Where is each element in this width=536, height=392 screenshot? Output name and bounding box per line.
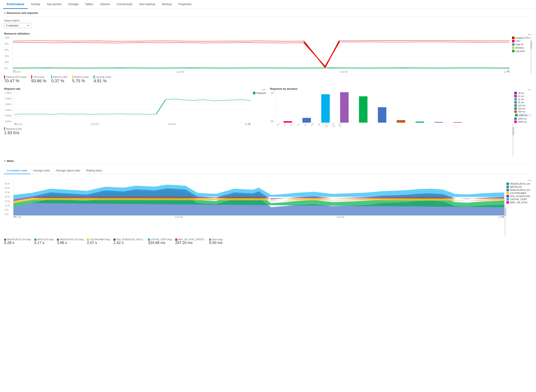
- nav-tab-performance[interactable]: Performance: [3, 0, 28, 9]
- waits-section: ∧ Waits Cumulative waits Average waits A…: [4, 159, 532, 245]
- wait-stat-wait-on-sync: WAIT_ON_SYNC_STATISTI... 287.20 ms: [175, 238, 206, 245]
- stat-data-io: Data IO (Last) 0.37 %: [51, 75, 67, 83]
- nav-tabs: PerformanceActivityTop queriesStorageTab…: [0, 0, 536, 9]
- nav-tab-connectivity[interactable]: Connectivity: [113, 0, 136, 9]
- requests-stat: Requests (Last) 1.93 K/s: [4, 127, 266, 135]
- nav-tab-tables[interactable]: Tables: [82, 0, 97, 9]
- stat-instance-cpu: Instance CPU (Last) 70.47 %: [4, 75, 26, 83]
- resources-section-header[interactable]: ∧ Resources and requests: [4, 11, 532, 14]
- request-rate-title: Request rate: [4, 87, 20, 90]
- svg-rect-7: [416, 121, 424, 123]
- stat-workers: Workers (Last) 5.75 %: [72, 75, 89, 83]
- resource-chart-x-labels: 9:15 PM 9:30 PM 9:45 PM 10 PM: [13, 70, 509, 74]
- request-rate-x-labels: 9:15 PM 9:30 PM 9:45 PM 10 PM: [14, 123, 251, 126]
- cumulative-waits-x-labels: 9:15 PM 9:30 PM 9:45 PM 10 PM: [13, 216, 504, 219]
- wait-stats-row: PAGEIOLATCH_SH (Avg) 6.28 s WRITELOG (Av…: [4, 238, 532, 245]
- stat-log-write: Log write (Last) 4.91 %: [94, 75, 111, 83]
- waits-section-header[interactable]: ∧ Waits: [4, 159, 532, 163]
- tab-average-waits[interactable]: Average waits: [30, 167, 53, 174]
- tab-average-signal-waits[interactable]: Average signal waits: [53, 167, 83, 174]
- select-metrics-dropdown[interactable]: 5 selected ▼: [4, 23, 31, 28]
- svg-rect-3: [340, 92, 349, 123]
- svg-rect-4: [359, 96, 367, 123]
- cumulative-waits-legend: PAGEIOLATCH_SH WRITELOG PAGEIOLATCH_EX C…: [504, 182, 532, 204]
- nav-tab-properties[interactable]: Properties: [175, 0, 195, 9]
- svg-rect-1: [302, 118, 311, 123]
- svg-rect-6: [397, 120, 405, 123]
- chevron-down-icon: ▼: [27, 24, 29, 27]
- svg-rect-5: [378, 107, 386, 123]
- resource-chart-legend: Instance CPU CPU Data IO Workers Log wri…: [509, 37, 530, 74]
- resources-section-title: Resources and requests: [7, 11, 38, 14]
- svg-rect-2: [321, 94, 330, 123]
- wait-stat-pageiolatch-sh: PAGEIOLATCH_SH (Avg) 6.28 s: [4, 238, 31, 245]
- nav-tab-indexes[interactable]: Indexes: [97, 0, 113, 9]
- requests-duration-legend: ≥0 ms ≥1 ms ≥2 ms ≥5 ms ≥10 ms ≥20 ms ≥5…: [512, 92, 532, 123]
- request-rate-section: Request rate … 2.50K/s: [4, 87, 266, 156]
- nav-tab-activity[interactable]: Activity: [28, 0, 43, 9]
- request-rate-more-icon[interactable]: …: [262, 87, 266, 91]
- select-metrics-label: Select metrics: [4, 19, 532, 22]
- nav-tab-storage[interactable]: Storage: [65, 0, 82, 9]
- cumulative-waits-chart: 35.0s 30.0s 25.0s 20.0s 15.0s 10.0s 5.0s…: [13, 182, 504, 216]
- waits-section-title: Waits: [7, 159, 14, 163]
- tab-cumulative-waits[interactable]: Cumulative waits: [4, 167, 30, 174]
- request-rate-chart: 2.50K/s 2.00K/s 1.50K/s 1.00K/s 0.50K/s …: [14, 92, 251, 123]
- svg-rect-8: [434, 122, 443, 123]
- wait-stat-cxconsumer: CXCONSUMER (Avg) 2.07 s: [87, 238, 110, 245]
- requests-duration-more-icon[interactable]: …: [528, 87, 532, 91]
- svg-rect-0: [283, 121, 292, 123]
- tab-waiting-tasks[interactable]: Waiting tasks: [83, 167, 105, 174]
- resources-section: ∧ Resources and requests Select metrics …: [4, 11, 532, 156]
- requests-duration-chart: 1M 0M: [276, 92, 512, 123]
- svg-rect-9: [453, 122, 462, 123]
- resource-utilization-chart: 100% 80% 60% 40% 20% 0%: [13, 37, 509, 70]
- select-metrics-value: 5 selected: [6, 24, 18, 27]
- waits-tabs: Cumulative waits Average waits Average s…: [4, 167, 532, 174]
- request-rate-legend: Requests: [251, 92, 266, 126]
- cumulative-waits-more-icon[interactable]: …: [528, 177, 532, 182]
- requests-duration-title: Requests by duration: [270, 87, 298, 90]
- wait-stat-cxsync-port: CXSYNC_PORT (Avg) 324.68 ms: [148, 238, 172, 245]
- wait-stat-sos-scheduler: SOS_SCHEDULER_YIELD (... 1.42 s: [113, 238, 145, 245]
- nav-tab-geo-replicas[interactable]: Geo-replicas: [136, 0, 159, 9]
- resource-chart-title: Resource utilization: [4, 32, 30, 35]
- waits-collapse-chevron: ∧: [4, 160, 6, 162]
- wait-stat-writelog: WRITELOG (Avg) 4.17 s: [34, 238, 54, 245]
- stat-cpu: CPU (Last) 93.86 %: [31, 75, 46, 83]
- select-metrics-container: Select metrics 5 selected ▼: [4, 19, 532, 28]
- collapse-chevron: ∧: [4, 12, 6, 14]
- nav-tab-top-queries[interactable]: Top queries: [43, 0, 65, 9]
- nav-tab-backup[interactable]: Backup: [159, 0, 175, 9]
- wait-stat-other: Other (Avg) 6.00 ms: [209, 238, 223, 245]
- resource-stats-row: Instance CPU (Last) 70.47 % CPU (Last) 9…: [4, 75, 532, 83]
- resource-chart-more-icon[interactable]: …: [528, 31, 532, 36]
- wait-stat-pageiolatch-ex: PAGEIOLATCH_EX (Avg) 3.96 s: [57, 238, 83, 245]
- requests-duration-section: Requests by duration … 1M 0M: [270, 87, 532, 156]
